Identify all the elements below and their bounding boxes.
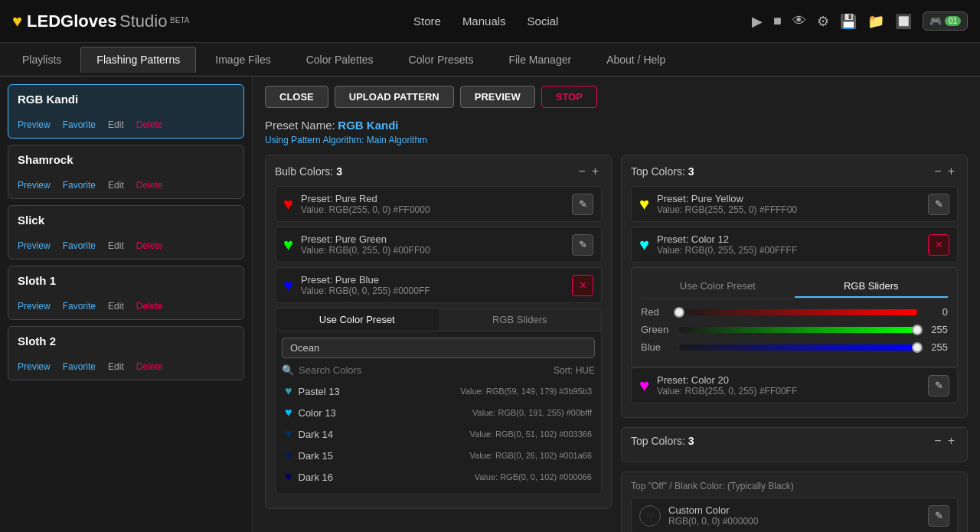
blue-slider-thumb[interactable] [912, 342, 923, 353]
favorite-link[interactable]: Favorite [63, 180, 96, 191]
delete-link[interactable]: Delete [136, 180, 163, 191]
stop-button[interactable]: STOP [541, 86, 597, 108]
save-icon[interactable]: 💾 [840, 13, 857, 30]
folder-icon[interactable]: 📁 [867, 13, 884, 30]
nav-manuals[interactable]: Manuals [462, 15, 506, 28]
pattern-card-sloth1[interactable]: Sloth 1 Preview Favorite Edit Delete [8, 266, 244, 320]
red-value: 0 [925, 306, 948, 318]
red-slider-track[interactable] [679, 309, 917, 315]
color-preset-name: Preset: Color 12 [657, 233, 920, 245]
color-value: Value: RGB(0, 255, 0) #00FF00 [301, 245, 564, 256]
top2-plus-button[interactable]: + [945, 434, 958, 448]
edit-link[interactable]: Edit [108, 301, 124, 312]
tab-about-help[interactable]: About / Help [590, 47, 681, 73]
list-item[interactable]: ♥ Color 13 Value: RGB(0, 191, 255) #00bf… [282, 402, 595, 423]
notification-button[interactable]: 🎮 01 [923, 11, 968, 31]
tab-color-palettes[interactable]: Color Palettes [290, 47, 390, 73]
delete-link[interactable]: Delete [136, 361, 163, 372]
red-label: Red [641, 306, 671, 318]
favorite-link[interactable]: Favorite [63, 240, 96, 251]
list-item[interactable]: ♥ Dark 15 Value: RGB(0, 26, 102) #001a66 [282, 445, 595, 466]
pattern-actions: Preview Favorite Edit Delete [18, 119, 234, 130]
eye-icon[interactable]: 👁 [792, 13, 806, 29]
preset-algo-row: Using Pattern Algorithm: Main Algorithm [265, 135, 968, 145]
edit-link[interactable]: Edit [108, 119, 124, 130]
color-heart-magenta: ♥ [639, 376, 649, 396]
top-plus-button[interactable]: + [945, 165, 958, 178]
pattern-card-sloth2[interactable]: Sloth 2 Preview Favorite Edit Delete [8, 326, 244, 380]
delete-link[interactable]: Delete [136, 119, 163, 130]
pattern-card-rgb-kandi[interactable]: RGB Kandi Preview Favorite Edit Delete [8, 84, 244, 139]
green-label: Green [641, 324, 671, 335]
color-delete-button[interactable]: ✕ [928, 234, 949, 256]
chip-icon[interactable]: 🔲 [895, 13, 912, 30]
edit-link[interactable]: Edit [108, 180, 124, 191]
favorite-link[interactable]: Favorite [63, 301, 96, 312]
tab-file-manager[interactable]: File Manager [492, 47, 587, 73]
search-colors-input[interactable] [299, 364, 549, 376]
list-item[interactable]: ♥ Dark 16 Value: RGB(0, 0, 102) #000066 [282, 466, 595, 488]
favorite-link[interactable]: Favorite [63, 119, 96, 130]
logo: ♥ LEDGloves Studio BETA [12, 11, 189, 31]
color-value: Value: RGB(255, 0, 0) #FF0000 [301, 204, 564, 215]
pattern-title: Sloth 2 [18, 335, 234, 348]
picker-tab-rgb[interactable]: RGB Sliders [439, 308, 602, 331]
tab-flashing-patterns[interactable]: Flashing Patterns [80, 47, 196, 73]
close-button[interactable]: CLOSE [265, 86, 328, 108]
color-list-value: Value: RGB(0, 26, 102) #001a66 [470, 451, 592, 460]
pattern-card-slick[interactable]: Slick Preview Favorite Edit Delete [8, 205, 244, 259]
picker-tab-rgb-right[interactable]: RGB Sliders [795, 276, 949, 298]
color-edit-button[interactable]: ✎ [572, 234, 593, 256]
color-category-select[interactable]: Ocean [282, 338, 595, 358]
color-delete-button[interactable]: ✕ [572, 275, 593, 296]
upload-pattern-button[interactable]: UPLOAD PATTERN [335, 86, 454, 108]
favorite-link[interactable]: Favorite [63, 361, 96, 372]
preview-button[interactable]: PREVIEW [460, 86, 535, 108]
bulb-plus-button[interactable]: + [589, 165, 602, 178]
tab-color-presets[interactable]: Color Presets [393, 47, 490, 73]
top2-minus-button[interactable]: − [931, 434, 944, 448]
preview-link[interactable]: Preview [18, 301, 51, 312]
settings-icon[interactable]: ⚙ [817, 13, 829, 30]
picker-tabs: Use Color Preset RGB Sliders [276, 308, 601, 331]
green-slider-track[interactable] [679, 327, 917, 333]
picker-tab-preset-right[interactable]: Use Color Preset [641, 276, 795, 298]
color-edit-button[interactable]: ✎ [572, 194, 593, 215]
bulb-minus-button[interactable]: − [575, 165, 588, 178]
tab-image-files[interactable]: Image Files [199, 47, 286, 73]
nav-social[interactable]: Social [528, 15, 559, 28]
edit-link[interactable]: Edit [108, 240, 124, 251]
color-list-heart: ♥ [285, 427, 292, 441]
preview-link[interactable]: Preview [18, 180, 51, 191]
edit-link[interactable]: Edit [108, 361, 124, 372]
green-slider-thumb[interactable] [912, 325, 923, 335]
preview-link[interactable]: Preview [18, 119, 51, 130]
stop-icon[interactable]: ■ [773, 13, 782, 29]
delete-link[interactable]: Delete [136, 240, 163, 251]
top-color-item-magenta: ♥ Preset: Color 20 Value: RGB(255, 0, 25… [631, 367, 958, 403]
header-tools: ▶ ■ 👁 ⚙ 💾 📁 🔲 🎮 01 [752, 11, 968, 31]
color-heart-red: ♥ [283, 194, 293, 214]
color-preset-name: Preset: Pure Blue [301, 274, 564, 286]
color-edit-button[interactable]: ✎ [928, 375, 949, 397]
color-list-heart: ♥ [285, 449, 292, 462]
red-slider-thumb[interactable] [674, 307, 684, 318]
blue-slider-track[interactable] [679, 344, 917, 351]
pattern-card-shamrock[interactable]: Shamrock Preview Favorite Edit Delete [8, 145, 244, 199]
top-minus-button[interactable]: − [931, 165, 944, 178]
list-item[interactable]: ♥ Pastel 13 Value: RGB(59, 149, 179) #3b… [282, 380, 595, 402]
picker-tab-preset[interactable]: Use Color Preset [276, 308, 439, 331]
preview-link[interactable]: Preview [18, 361, 51, 372]
sort-label: Sort: HUE [554, 365, 595, 376]
tab-playlists[interactable]: Playlists [6, 47, 77, 73]
nav-tabs: Playlists Flashing Patterns Image Files … [0, 43, 980, 77]
custom-color-edit-button[interactable]: ✎ [928, 505, 949, 527]
delete-link[interactable]: Delete [136, 301, 163, 312]
color-edit-button[interactable]: ✎ [928, 194, 949, 215]
play-icon[interactable]: ▶ [752, 13, 763, 30]
color-list-name: Dark 16 [299, 472, 469, 483]
main-layout: RGB Kandi Preview Favorite Edit Delete S… [0, 77, 980, 532]
preview-link[interactable]: Preview [18, 240, 51, 251]
nav-store[interactable]: Store [413, 15, 441, 28]
list-item[interactable]: ♥ Dark 14 Value: RGB(0, 51, 102) #003366 [282, 423, 595, 445]
